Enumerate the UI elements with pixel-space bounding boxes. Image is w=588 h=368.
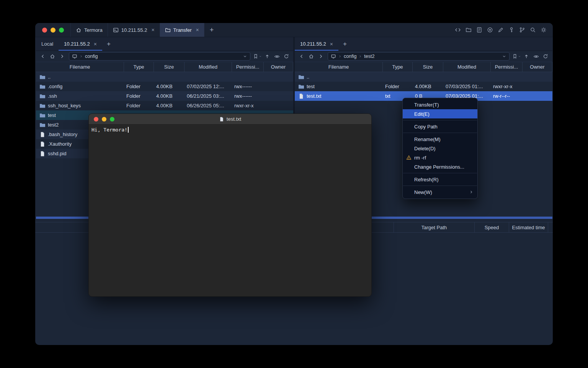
menu-item-refresh[interactable]: Refresh(R) — [403, 175, 477, 184]
close-tab-icon[interactable]: × — [196, 27, 199, 33]
chevron-right-icon — [338, 54, 342, 58]
column-owner[interactable]: Owner — [264, 62, 293, 72]
tab-remote-session[interactable]: 10.211.55.2 × — [59, 37, 102, 51]
tab-label: Transfer — [173, 27, 192, 33]
close-tab-icon[interactable]: × — [94, 41, 97, 47]
file-name: .ssh — [48, 93, 57, 99]
bookmark-icon — [253, 54, 258, 59]
chevron-right-icon — [79, 54, 83, 58]
column-speed[interactable]: Speed — [475, 222, 509, 232]
chevron-down-icon — [259, 55, 262, 58]
up-directory-button[interactable] — [263, 52, 271, 61]
tab-transfer[interactable]: Transfer × — [160, 23, 204, 37]
bookmark-button[interactable] — [512, 52, 521, 61]
column-permissions[interactable]: Permissi... — [491, 62, 523, 72]
menu-item-rename[interactable]: Rename(M) — [403, 135, 477, 144]
close-tab-icon[interactable]: × — [151, 27, 154, 33]
tab-termora[interactable]: Termora — [70, 23, 108, 37]
column-estimated-time[interactable]: Estimated time — [509, 222, 548, 232]
folder-icon[interactable] — [466, 27, 472, 33]
pencil-icon[interactable] — [498, 27, 504, 33]
up-directory-button[interactable] — [522, 52, 531, 61]
column-modified[interactable]: Modified — [185, 62, 232, 72]
file-row[interactable]: test Folder4.00KB07/03/2025 01:...rwxr-x… — [295, 82, 552, 91]
home-button[interactable] — [307, 52, 315, 61]
column-modified[interactable]: Modified — [443, 62, 491, 72]
code-icon[interactable] — [455, 27, 461, 33]
home-button[interactable] — [48, 52, 57, 61]
toggle-hidden-files-button[interactable] — [532, 52, 540, 61]
key-icon[interactable] — [508, 27, 514, 33]
file-row[interactable]: ssh_host_keys Folder4.00KB06/26/2025 05:… — [36, 101, 293, 110]
menu-item-copy-path[interactable]: Copy Path — [403, 122, 477, 131]
path-breadcrumb[interactable]: config test2 — [328, 52, 510, 61]
folder-icon — [39, 122, 46, 128]
editor-text-area[interactable]: Hi, Termora! — [89, 125, 371, 135]
pane-tabbar: Local 10.211.55.2 × + — [36, 37, 293, 51]
menu-item-edit[interactable]: Edit(E) — [403, 109, 477, 118]
back-button[interactable] — [39, 52, 47, 61]
close-tab-icon[interactable]: × — [330, 41, 333, 47]
refresh-button[interactable] — [541, 52, 550, 61]
toggle-hidden-files-button[interactable] — [273, 52, 281, 61]
path-segment[interactable]: config — [85, 54, 98, 59]
file-row[interactable]: .ssh Folder4.00KB06/21/2025 03:...rwx---… — [36, 91, 293, 101]
menu-item-delete[interactable]: Delete(D) — [403, 144, 477, 153]
record-icon[interactable] — [487, 27, 493, 33]
forward-button[interactable] — [58, 52, 66, 61]
branch-icon[interactable] — [519, 27, 525, 33]
zoom-window-button[interactable] — [59, 28, 64, 33]
close-window-button[interactable] — [42, 28, 47, 33]
refresh-button[interactable] — [282, 52, 291, 61]
file-row[interactable]: .config Folder4.00KB07/02/2025 12:...rwx… — [36, 82, 293, 91]
chevron-down-icon[interactable] — [243, 54, 247, 59]
file-row[interactable]: .. — [295, 72, 552, 82]
folder-icon — [39, 74, 46, 80]
bookmark-button[interactable] — [253, 52, 262, 61]
tab-remote-session[interactable]: 10.211.55.2 × — [295, 37, 338, 51]
file-table-header: Filename Type Size Modified Permissi... … — [295, 62, 552, 72]
minimize-window-button[interactable] — [51, 28, 56, 33]
tab-label: 10.211.55.2 — [64, 41, 90, 47]
menu-item-rm-rf[interactable]: rm -rf — [403, 153, 477, 162]
new-pane-tab-button[interactable]: + — [102, 37, 115, 51]
back-button[interactable] — [297, 52, 306, 61]
column-size[interactable]: Size — [413, 62, 443, 72]
forward-icon — [59, 54, 65, 59]
path-segment[interactable]: test2 — [364, 54, 374, 59]
menu-item-new[interactable]: New(W) — [403, 187, 477, 197]
chevron-down-icon[interactable] — [502, 54, 506, 59]
settings-gear-icon[interactable] — [541, 27, 547, 33]
computer-icon — [72, 54, 77, 59]
path-segment[interactable]: config — [344, 54, 356, 59]
column-owner[interactable]: Owner — [523, 62, 552, 72]
tab-ssh-session[interactable]: 10.211.55.2 × — [108, 23, 160, 37]
folder-icon — [165, 27, 171, 33]
close-window-button[interactable] — [94, 117, 98, 122]
log-icon[interactable] — [476, 27, 482, 33]
column-type[interactable]: Type — [124, 62, 154, 72]
computer-icon — [331, 54, 336, 59]
column-filename[interactable]: Filename — [36, 62, 124, 72]
home-icon — [50, 54, 55, 59]
forward-button[interactable] — [317, 52, 325, 61]
minimize-window-button[interactable] — [102, 117, 106, 122]
file-icon — [298, 93, 304, 99]
column-target-path[interactable]: Target Path — [394, 222, 475, 232]
new-tab-button[interactable]: + — [204, 23, 219, 37]
tab-local[interactable]: Local — [36, 37, 59, 51]
editor-titlebar[interactable]: test.txt — [89, 114, 371, 125]
folder-icon — [298, 84, 304, 90]
menu-item-transfer[interactable]: Transfer(T) — [403, 100, 477, 109]
menu-item-change-permissions[interactable]: Change Permissions... — [403, 162, 477, 171]
file-row[interactable]: .. — [36, 72, 293, 82]
column-filename[interactable]: Filename — [295, 62, 383, 72]
new-pane-tab-button[interactable]: + — [338, 37, 351, 51]
path-breadcrumb[interactable]: config — [69, 52, 250, 61]
column-size[interactable]: Size — [154, 62, 185, 72]
zoom-window-button[interactable] — [110, 117, 114, 122]
column-permissions[interactable]: Permissi... — [232, 62, 264, 72]
column-type[interactable]: Type — [383, 62, 413, 72]
pane-toolbar: config — [36, 51, 293, 62]
search-icon[interactable] — [530, 27, 536, 33]
